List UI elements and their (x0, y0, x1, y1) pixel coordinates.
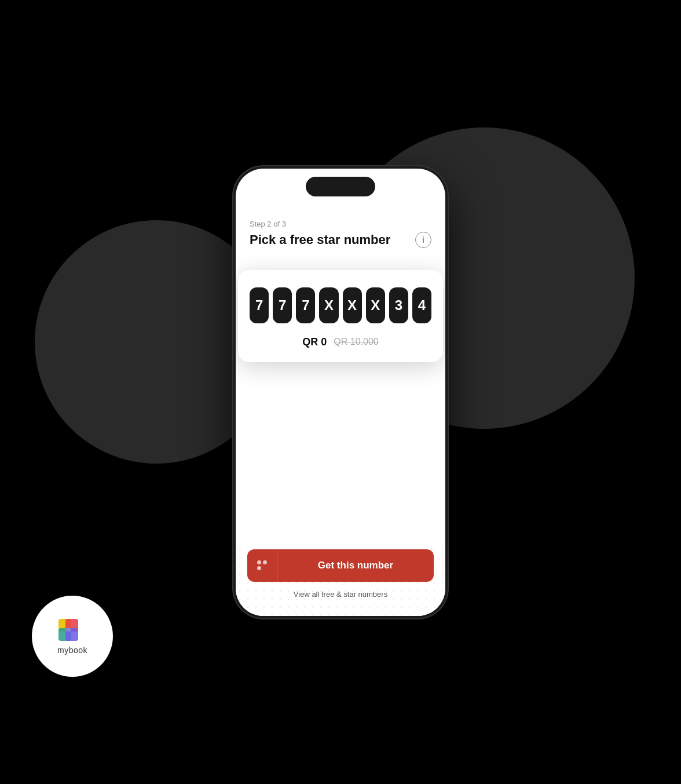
mybook-text: mybook (57, 646, 87, 655)
phone-device: Step 2 of 3 Pick a free star number i 7 … (233, 166, 448, 618)
get-number-button[interactable]: Get this number (247, 549, 434, 582)
price-row: QR 0 QR 10.000 (250, 336, 431, 348)
page-title: Pick a free star number (250, 232, 390, 247)
view-all-link[interactable]: View all free & star numbers (247, 590, 434, 599)
number-card-container: 7 7 7 X X X 3 4 QR 0 QR 10.000 (236, 270, 445, 362)
tile-4: X (343, 287, 362, 323)
bottom-cta-area: Get this number View all free & star num… (236, 549, 445, 616)
price-new: QR 0 (302, 336, 327, 348)
info-icon-button[interactable]: i (415, 232, 431, 248)
info-icon-label: i (422, 235, 424, 245)
tile-0: 7 (250, 287, 269, 323)
cta-icon-box (247, 549, 277, 582)
tile-5: X (366, 287, 385, 323)
step-label: Step 2 of 3 (250, 220, 431, 228)
tile-7: 4 (412, 287, 431, 323)
qr-icon (257, 560, 268, 571)
scene: mybook Step 2 of 3 Pick a free star numb… (0, 0, 681, 784)
title-row: Pick a free star number i (250, 232, 431, 248)
mybook-logo-circle: mybook (32, 596, 113, 677)
svg-rect-4 (65, 628, 71, 632)
tile-6: 3 (389, 287, 408, 323)
tile-2: 7 (296, 287, 315, 323)
tile-1: 7 (273, 287, 292, 323)
cta-button-label: Get this number (277, 560, 434, 571)
mybook-logo-icon (57, 618, 87, 643)
dynamic-island (306, 177, 375, 196)
number-tiles-row: 7 7 7 X X X 3 4 (250, 287, 431, 323)
number-card: 7 7 7 X X X 3 4 QR 0 QR 10.000 (238, 270, 443, 362)
tile-3: X (319, 287, 338, 323)
phone-screen: Step 2 of 3 Pick a free star number i 7 … (236, 169, 445, 616)
price-old: QR 10.000 (334, 337, 378, 347)
